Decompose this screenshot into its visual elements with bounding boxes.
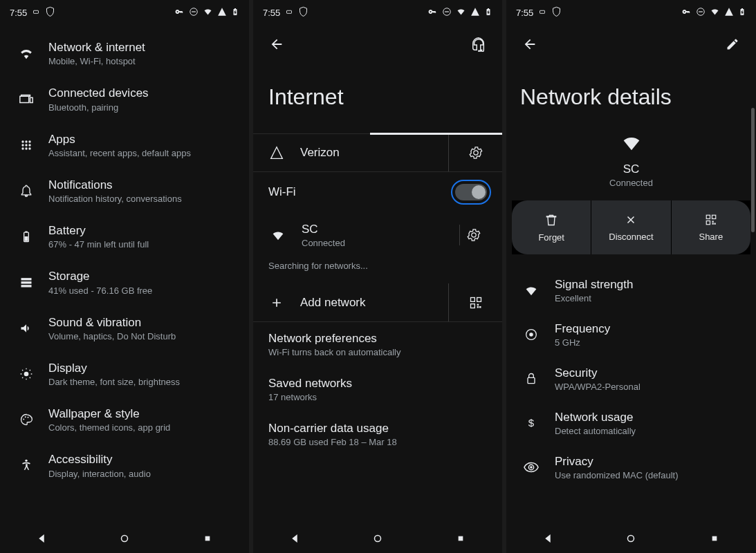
help-button[interactable] (466, 32, 491, 57)
status-time: 7:55 (263, 8, 280, 18)
shield-icon (551, 6, 562, 19)
searching-status: Searching for networks... (253, 258, 502, 283)
nav-home-button[interactable] (368, 529, 387, 548)
battery-icon (484, 6, 492, 19)
bell-icon (17, 181, 36, 200)
internet-screen: 7:55 Internet Verizon Wi-Fi SC Connected (253, 0, 502, 553)
sound-icon (17, 319, 36, 338)
status-bar: 7:55 (506, 0, 756, 25)
wifi-icon (522, 283, 541, 298)
storage-icon (17, 272, 36, 292)
navigation-bar (506, 524, 756, 553)
detail-security[interactable]: SecurityWPA/WPA2-Personal (506, 357, 756, 401)
wifi-label: Wi-Fi (268, 185, 455, 199)
wifi-icon (268, 227, 288, 243)
disconnect-button[interactable]: Disconnect (591, 200, 670, 254)
nav-recent-button[interactable] (451, 529, 470, 548)
share-button[interactable]: Share (672, 200, 750, 254)
signal-icon (470, 7, 480, 19)
wifi-icon (17, 44, 36, 63)
network-ssid: SC (623, 162, 640, 176)
devices-icon (17, 89, 36, 109)
detail-frequency[interactable]: Frequency5 GHz (506, 312, 756, 357)
tab-indicator (370, 133, 502, 135)
detail-privacy[interactable]: PrivacyUse randomized MAC (default) (506, 445, 756, 489)
settings-item-display[interactable]: DisplayDark theme, font size, brightness (0, 351, 249, 397)
settings-item-battery[interactable]: Battery67% - 47 min left until full (0, 214, 249, 259)
settings-item-storage[interactable]: Storage41% used - 76.16 GB free (0, 259, 249, 305)
settings-list: Network & internetMobile, Wi-Fi, hotspot… (0, 25, 249, 489)
add-network-item[interactable]: Add network (253, 283, 448, 321)
wifi-icon (620, 131, 643, 157)
nav-recent-button[interactable] (198, 529, 217, 548)
detail-usage[interactable]: Network usageDetect automatically (506, 401, 756, 445)
nav-back-button[interactable] (285, 529, 304, 548)
settings-screen: 7:55 Network & internetMobile, Wi-Fi, ho… (0, 0, 249, 553)
wifi-icon (710, 6, 720, 19)
shield-icon (298, 6, 308, 19)
dnd-icon (442, 7, 452, 19)
detail-signal[interactable]: Signal strengthExcellent (506, 268, 756, 312)
accessibility-icon (17, 456, 36, 475)
signal-icon (267, 146, 286, 160)
settings-item-network[interactable]: Network & internetMobile, Wi-Fi, hotspot (0, 30, 249, 76)
dollar-icon (522, 416, 541, 430)
vpn-icon (427, 8, 438, 18)
data-usage-item[interactable]: Non-carrier data usage 88.69 GB used Feb… (253, 412, 502, 457)
lock-icon (522, 372, 541, 386)
status-bar: 7:55 (0, 0, 249, 25)
navigation-bar (0, 524, 249, 553)
carrier-item[interactable]: Verizon (253, 134, 448, 171)
dnd-icon (189, 7, 199, 19)
battery-icon (738, 6, 746, 19)
dnd-icon (696, 7, 706, 19)
scan-qr-button[interactable] (448, 283, 502, 321)
silent-icon (537, 7, 547, 19)
brightness-icon (17, 364, 36, 384)
forget-button[interactable]: Forget (512, 200, 591, 254)
nav-back-button[interactable] (32, 529, 51, 548)
palette-icon (17, 410, 36, 429)
nav-back-button[interactable] (538, 529, 557, 548)
signal-icon (724, 7, 734, 19)
vpn-icon (174, 8, 185, 18)
wifi-icon (203, 6, 213, 19)
page-title: Internet (253, 64, 502, 133)
scrollbar[interactable] (751, 108, 755, 232)
nav-home-button[interactable] (115, 529, 134, 548)
settings-item-sound[interactable]: Sound & vibrationVolume, haptics, Do Not… (0, 306, 249, 351)
nav-home-button[interactable] (621, 529, 640, 548)
wifi-toggle[interactable] (455, 184, 487, 200)
back-button[interactable] (264, 32, 289, 57)
status-time: 7:55 (516, 8, 533, 18)
apps-icon (17, 135, 36, 155)
battery-icon (17, 227, 36, 246)
vpn-icon (681, 8, 692, 18)
network-preferences-item[interactable]: Network preferences Wi-Fi turns back on … (253, 322, 502, 367)
settings-item-devices[interactable]: Connected devicesBluetooth, pairing (0, 76, 249, 122)
carrier-settings-button[interactable] (448, 134, 502, 171)
settings-item-apps[interactable]: AppsAssistant, recent apps, default apps (0, 122, 249, 168)
settings-item-wallpaper[interactable]: Wallpaper & styleColors, themed icons, a… (0, 397, 249, 442)
plus-icon (267, 296, 286, 310)
settings-item-accessibility[interactable]: AccessibilityDisplay, interaction, audio (0, 442, 249, 488)
status-time: 7:55 (10, 8, 27, 18)
settings-item-notifications[interactable]: NotificationsNotification history, conve… (0, 168, 249, 214)
battery-icon (231, 6, 239, 19)
page-title: Network details (506, 64, 756, 126)
silent-icon (284, 7, 294, 19)
edit-button[interactable] (720, 32, 745, 57)
network-settings-button[interactable] (459, 225, 487, 245)
connected-network-item[interactable]: SC Connected (302, 223, 459, 248)
silent-icon (31, 7, 41, 19)
eye-icon (522, 460, 541, 475)
saved-networks-item[interactable]: Saved networks 17 networks (253, 367, 502, 412)
wifi-icon (456, 6, 466, 19)
network-status: Connected (609, 178, 653, 188)
nav-recent-button[interactable] (705, 529, 724, 548)
network-details-screen: 7:55 Network details SC Connected Forget… (506, 0, 756, 553)
frequency-icon (522, 327, 541, 342)
status-bar: 7:55 (253, 0, 502, 25)
shield-icon (45, 6, 55, 19)
back-button[interactable] (517, 32, 542, 57)
